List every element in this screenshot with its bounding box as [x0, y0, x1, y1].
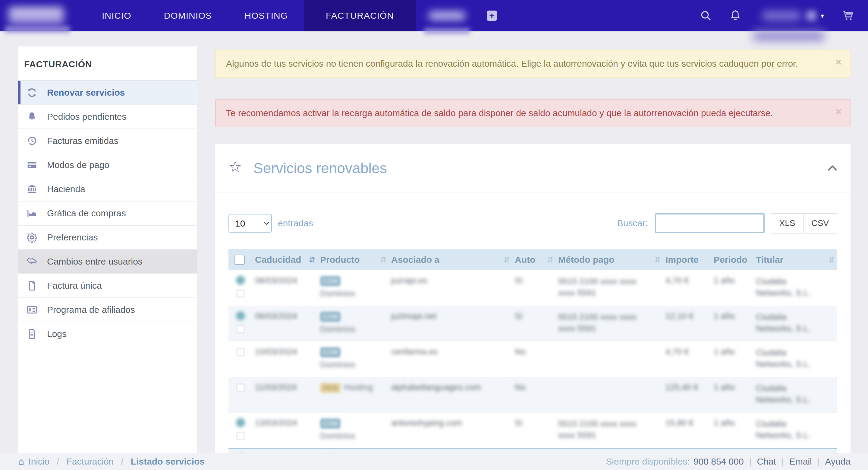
row-checkbox[interactable]	[237, 290, 244, 297]
top-navbar: INICIODOMINIOSHOSTINGFACTURACIÓN+ ▾	[0, 0, 868, 31]
sidebar-item-programa-de-afiliados[interactable]: Programa de afiliados	[18, 298, 197, 322]
sidebar-item-label: Logs	[47, 329, 67, 339]
page-length-label: entradas	[278, 218, 313, 228]
search-wrap: Buscar: XLS CSV	[617, 213, 837, 234]
payment-method-cell: 5515 2100 xxxx xxxxxxxx 5591	[556, 306, 663, 342]
period-value: 1 año	[714, 383, 735, 392]
product-badge[interactable]: COM	[320, 276, 341, 286]
sidebar-item-preferencias[interactable]: Preferencias	[18, 226, 197, 250]
expiry-date: 13/03/2024	[255, 418, 297, 428]
table-controls: 10 entradas Buscar: XLS CSV	[228, 213, 837, 234]
notifications-button[interactable]	[730, 10, 741, 22]
footer-link-email[interactable]: Email	[789, 457, 812, 467]
user-name-blurred	[762, 11, 801, 21]
nav-item-dominios[interactable]: DOMINIOS	[148, 0, 228, 31]
search-label: Buscar:	[617, 218, 648, 228]
sort-icon[interactable]: ⇵	[309, 255, 315, 264]
amount-cell: 125,40 €	[663, 377, 711, 413]
sort-icon[interactable]: ⇵	[380, 255, 386, 264]
footer-link-chat[interactable]: Chat	[757, 457, 776, 467]
availability-separator: |	[781, 457, 784, 467]
sidebar-item-renovar-servicios[interactable]: Renovar servicios	[18, 81, 197, 105]
product-badge[interactable]: COM	[320, 347, 341, 357]
product-badge[interactable]: COM	[320, 418, 341, 429]
breadcrumb-facturacion[interactable]: Facturación	[67, 457, 114, 467]
product-cell: COMDominios	[318, 270, 389, 306]
sidebar-item-factura-unica[interactable]: Factura única	[18, 274, 197, 298]
table-row: 06/03/2024COMDominiosjuzrapi.esSí5515 21…	[228, 270, 837, 306]
sidebar-item-hacienda[interactable]: Hacienda	[18, 177, 197, 202]
owner-cell: CiudaliaNetworks, S.L.	[753, 342, 837, 377]
period-cell: 1 año	[711, 377, 753, 413]
sort-icon[interactable]: ⇵	[828, 255, 835, 264]
amount-value: 4,70 €	[665, 347, 689, 356]
close-icon[interactable]: ×	[835, 106, 841, 117]
close-icon[interactable]: ×	[835, 56, 841, 68]
product-badge[interactable]: HOS	[320, 383, 341, 393]
payment-method-cell: 5515 2100 xxxx xxxxxxxx 5591	[556, 270, 663, 306]
nav-item-facturación[interactable]: FACTURACIÓN	[304, 0, 415, 31]
support-phone[interactable]: 900 854 000	[693, 457, 744, 467]
breadcrumb-listado-servicios: Listado servicios	[131, 457, 205, 467]
column-header-método-pago[interactable]: Método pago⇵	[556, 249, 663, 270]
navbar-right: ▾	[682, 0, 868, 31]
column-header-auto[interactable]: Auto⇵	[513, 249, 556, 270]
sidebar-item-grafica-de-compras[interactable]: Gráfica de compras	[18, 202, 197, 226]
star-icon[interactable]: ☆	[228, 159, 242, 174]
nav-item-hosting[interactable]: HOSTING	[228, 0, 304, 31]
search-button[interactable]	[700, 10, 712, 22]
page-length-select[interactable]: 10	[228, 214, 272, 233]
row-checkbox[interactable]	[237, 384, 244, 391]
user-menu[interactable]: ▾	[762, 10, 824, 21]
period-value: 1 año	[714, 276, 735, 285]
sidebar-item-logs[interactable]: Logs	[18, 322, 197, 346]
collapse-panel-button[interactable]	[828, 165, 837, 171]
column-header-producto[interactable]: Producto⇵	[318, 249, 389, 270]
payment-method-line: xxxx 5591	[558, 430, 661, 441]
footer-link-ayuda[interactable]: Ayuda	[825, 457, 850, 467]
footer-bar: ⌂Inicio/Facturación/Listado servicios Si…	[0, 453, 868, 470]
breadcrumb-inicio[interactable]: Inicio	[28, 457, 50, 467]
search-input[interactable]	[655, 213, 765, 233]
sidebar-item-cambios-entre-usuarios[interactable]: Cambios entre usuarios	[18, 250, 197, 274]
auto-renew-value: Sí	[515, 276, 523, 285]
amount-value: 12,10 €	[665, 311, 693, 321]
row-checkbox[interactable]	[237, 325, 244, 333]
sort-icon[interactable]: ⇵	[547, 255, 553, 264]
expiry-date-cell: 06/03/2024	[253, 306, 318, 342]
bell-icon	[24, 111, 40, 122]
nav-item-inicio[interactable]: INICIO	[86, 0, 148, 31]
chevron-down-icon: ▾	[821, 12, 824, 20]
associated-domain: alphabetlanguages.com	[391, 383, 481, 392]
cart-button[interactable]	[842, 10, 855, 22]
billing-sidebar: FACTURACIÓN Renovar serviciosPedidos pen…	[18, 47, 197, 453]
add-service-button[interactable]: +	[487, 0, 497, 31]
search-icon	[700, 10, 712, 22]
column-header-titular[interactable]: Titular⇵	[753, 249, 837, 270]
row-select-cell	[228, 342, 253, 377]
select-all-checkbox[interactable]	[235, 255, 245, 265]
row-checkbox[interactable]	[237, 432, 244, 440]
column-header-asociado-a[interactable]: Asociado a⇵	[389, 249, 513, 270]
associated-domain-cell: cenfarma.es	[389, 342, 513, 377]
column-header-caducidad[interactable]: Caducidad⇵	[253, 249, 318, 270]
sort-icon[interactable]: ⇵	[654, 255, 661, 264]
expiry-date: 06/03/2024	[255, 276, 297, 285]
auto-renew-value: No	[515, 347, 526, 356]
sort-icon[interactable]: ⇵	[503, 255, 510, 264]
nav-item-blurred[interactable]	[421, 0, 473, 31]
brand-logo[interactable]	[0, 0, 72, 31]
export-csv-button[interactable]: CSV	[804, 213, 837, 234]
product-type-label: Dominios	[320, 360, 386, 370]
associated-domain: antoniohyping.com	[391, 418, 462, 428]
row-checkbox[interactable]	[237, 348, 244, 356]
payment-method-cell	[556, 377, 663, 413]
sidebar-item-modos-de-pago[interactable]: Modos de pago	[18, 153, 197, 177]
export-xls-button[interactable]: XLS	[771, 213, 804, 234]
sidebar-item-facturas-emitidas[interactable]: Facturas emitidas	[18, 129, 197, 153]
sidebar-item-label: Programa de afiliados	[47, 305, 135, 315]
associated-domain: juzrapi.es	[391, 276, 427, 285]
payment-method-line: 5515 2100 xxxx xxxx	[558, 418, 661, 430]
sidebar-item-pedidos-pendientes[interactable]: Pedidos pendientes	[18, 105, 197, 129]
product-badge[interactable]: COM	[320, 312, 341, 322]
